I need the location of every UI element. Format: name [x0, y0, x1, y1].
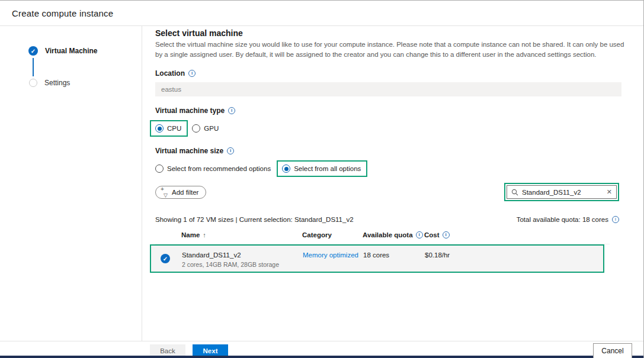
- results-status-row: Showing 1 of 72 VM sizes | Current selec…: [155, 216, 643, 223]
- column-header-cost: Cost i: [424, 231, 610, 238]
- vm-size-label: Virtual machine size i: [155, 147, 643, 155]
- search-icon: [511, 189, 518, 196]
- main-panel: Select virtual machine Select the virtua…: [142, 26, 643, 341]
- vm-size-info-icon[interactable]: i: [227, 147, 234, 154]
- column-header-available-quota: Available quota i: [363, 231, 424, 238]
- cost-column-info-icon[interactable]: i: [443, 231, 450, 238]
- vm-quota-cell: 18 cores: [363, 246, 425, 259]
- clear-search-icon[interactable]: ✕: [607, 189, 612, 195]
- section-description: Select the virtual machine size you woul…: [155, 40, 633, 59]
- step-pending-circle-icon: [29, 79, 37, 87]
- quota-column-info-icon[interactable]: i: [416, 231, 423, 238]
- step-label: Settings: [44, 79, 70, 87]
- vm-category-link[interactable]: Memory optimized: [303, 251, 358, 259]
- wizard-stepper: ✓ Virtual Machine Settings: [0, 26, 142, 341]
- annotation-highlight-cpu: CPU: [150, 120, 188, 137]
- column-header-name[interactable]: Name ↑: [181, 231, 302, 238]
- radio-unselected-icon: [155, 165, 164, 173]
- step-completed-check-icon: ✓: [28, 46, 38, 56]
- radio-unselected-icon: [192, 124, 200, 133]
- cancel-button[interactable]: Cancel: [593, 343, 632, 358]
- funnel-icon: ▽: [164, 192, 168, 198]
- create-compute-instance-dialog: Create compute instance ✓ Virtual Machin…: [0, 0, 644, 358]
- dialog-footer: Back Next Cancel: [0, 341, 643, 358]
- vm-type-info-icon[interactable]: i: [228, 107, 235, 114]
- annotation-highlight-all-options: Select from all options: [277, 160, 367, 177]
- window-bottom-edge: [0, 356, 643, 358]
- location-input: [155, 82, 621, 96]
- vm-name: Standard_DS11_v2: [182, 251, 241, 259]
- radio-gpu[interactable]: GPU: [192, 124, 219, 133]
- location-info-icon[interactable]: i: [188, 70, 196, 77]
- quota-info-icon[interactable]: i: [612, 216, 619, 223]
- add-filter-button[interactable]: + ▽ Add filter: [155, 186, 206, 199]
- column-header-category[interactable]: Category: [302, 231, 363, 238]
- radio-selected-icon: [282, 165, 290, 173]
- vm-type-radio-group: CPU GPU: [155, 120, 643, 137]
- stepper-step-virtual-machine[interactable]: ✓ Virtual Machine: [28, 46, 142, 56]
- vm-size-search-box: ✕: [507, 185, 617, 199]
- section-heading: Select virtual machine: [155, 28, 643, 38]
- dialog-header: Create compute instance: [0, 1, 643, 26]
- radio-recommended-options[interactable]: Select from recommended options: [155, 165, 271, 173]
- table-row-standard-ds11-v2[interactable]: ✓ Standard_DS11_v2 2 cores, 14GB RAM, 28…: [150, 244, 604, 273]
- vm-table-header: Name ↑ Category Available quota i Cost i: [155, 231, 610, 244]
- vm-size-radio-group: Select from recommended options Select f…: [155, 160, 643, 177]
- vm-category-cell: Memory optimized: [303, 246, 363, 259]
- radio-cpu[interactable]: CPU: [155, 124, 181, 133]
- quota-summary: Total available quota: 18 cores i: [517, 216, 619, 223]
- stepper-step-settings[interactable]: Settings: [28, 79, 142, 87]
- step-connector-line: [33, 58, 34, 76]
- vm-size-search-input[interactable]: [522, 189, 603, 196]
- radio-all-options[interactable]: Select from all options: [282, 165, 361, 173]
- page-title: Create compute instance: [12, 8, 113, 18]
- row-selected-check-icon: ✓: [161, 254, 170, 263]
- filter-search-row: + ▽ Add filter ✕: [155, 183, 643, 201]
- vm-type-label: Virtual machine type i: [155, 107, 643, 115]
- vm-cost-cell: $0.18/hr: [425, 246, 603, 259]
- step-label: Virtual Machine: [45, 47, 97, 55]
- annotation-highlight-search: ✕: [504, 183, 619, 201]
- vm-name-cell: Standard_DS11_v2 2 cores, 14GB RAM, 28GB…: [182, 246, 303, 268]
- plus-icon: +: [161, 186, 164, 192]
- dialog-body: ✓ Virtual Machine Settings Select virtua…: [0, 26, 643, 341]
- radio-selected-icon: [155, 124, 164, 133]
- results-summary: Showing 1 of 72 VM sizes | Current selec…: [155, 216, 354, 223]
- location-label: Location i: [155, 69, 643, 78]
- back-button[interactable]: Back: [150, 344, 185, 357]
- next-button[interactable]: Next: [193, 344, 228, 357]
- sort-ascending-icon: ↑: [203, 231, 206, 238]
- add-filter-icon: + ▽: [161, 188, 169, 196]
- vm-specs: 2 cores, 14GB RAM, 28GB storage: [182, 261, 303, 268]
